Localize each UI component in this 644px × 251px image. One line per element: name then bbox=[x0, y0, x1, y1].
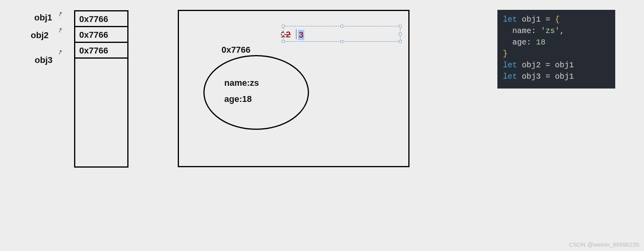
arrow-icon: ↗ bbox=[56, 26, 64, 34]
stack-cell: 0x7766 bbox=[75, 11, 127, 27]
var-label-obj2: obj2 bbox=[31, 30, 48, 41]
resize-handle-icon[interactable] bbox=[282, 33, 285, 35]
resize-handle-icon[interactable] bbox=[399, 40, 402, 43]
object-prop-name: name:zs bbox=[224, 78, 259, 88]
resize-handle-icon[interactable] bbox=[341, 25, 343, 28]
var-label-obj1: obj1 bbox=[34, 13, 52, 23]
arrow-icon: ↗ bbox=[56, 48, 64, 56]
annotation-new-value: 3 bbox=[298, 30, 304, 40]
resize-handle-icon[interactable] bbox=[282, 25, 285, 28]
object-prop-age: age:18 bbox=[224, 94, 252, 104]
resize-handle-icon[interactable] bbox=[399, 33, 402, 35]
object-oval: name:zs age:18 bbox=[203, 55, 309, 130]
resize-handle-icon[interactable] bbox=[399, 25, 402, 28]
stack-cell: 0x7766 bbox=[75, 43, 127, 59]
resize-handle-icon[interactable] bbox=[282, 40, 285, 43]
arrow-icon: ↗ bbox=[56, 9, 64, 18]
stack-memory-table: 0x7766 0x7766 0x7766 bbox=[74, 10, 128, 168]
var-label-obj3: obj3 bbox=[35, 55, 52, 65]
code-snippet: let obj1 = { name: 'zs', age: 18 } let o… bbox=[497, 10, 615, 89]
heap-address-label: 0x7766 bbox=[221, 45, 250, 55]
editing-textbox[interactable]: 3 bbox=[283, 26, 400, 42]
watermark: CSDN @weixin_65590235 bbox=[569, 241, 639, 248]
stack-cell: 0x7766 bbox=[75, 27, 127, 43]
resize-handle-icon[interactable] bbox=[341, 40, 343, 43]
text-cursor-icon bbox=[296, 29, 296, 39]
